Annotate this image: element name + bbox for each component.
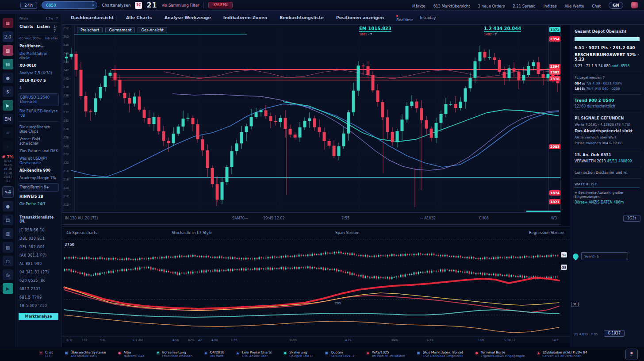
watchlist-item[interactable]: Die EUR/USD-Analyse '08 <box>19 108 59 119</box>
transactions-list: JC 058 66 10DBL 020 911GEL 582 G01(AX 38… <box>19 226 59 310</box>
menu-item-0[interactable]: Dashboardansicht <box>71 15 114 20</box>
topbar-menu-item-2[interactable]: 3 neue Orders <box>478 4 505 8</box>
status-item[interactable]: ▲ (Zyklusübersicht) PivDv 84Server: 4.10… <box>537 350 587 358</box>
search-input[interactable] <box>45 3 82 8</box>
watchlist-item[interactable]: Zins-Futures und DAX <box>19 147 59 155</box>
mini-a-icon[interactable]: ≈ <box>3 127 13 138</box>
transaction-row[interactable]: (AX 381.1 P7) <box>19 251 59 260</box>
main-price-chart[interactable]: 2522502482462442422402382362342322302282… <box>62 25 561 212</box>
status-item[interactable]: ■ QuotenService Level 2 <box>325 350 354 358</box>
status-item[interactable]: ▼ BörsenzeitungPositionen erfassen <box>156 350 192 358</box>
topbar-menu-item-0[interactable]: Märkte <box>412 4 426 8</box>
topbar-menu-item-3[interactable]: 2.21 Spread <box>513 4 536 8</box>
watchlist-item[interactable]: Positionen... <box>19 42 59 50</box>
status-item[interactable]: ● Terminal BörseErgebnis-News eingegange… <box>475 350 525 358</box>
transaction-row[interactable]: AL 881 900 <box>19 260 59 268</box>
history-clock-icon[interactable]: ◷ <box>3 269 13 280</box>
chevron-down-icon[interactable]: ▾ <box>92 4 94 7</box>
badge-tile[interactable]: 1C <box>135 2 142 9</box>
panel-link[interactable]: 12, 60 durchschnittlich <box>575 104 640 108</box>
transaction-row[interactable]: 681.5 T709 <box>19 293 59 302</box>
menu-item-2[interactable]: Analyse-Werkzeuge <box>165 15 211 20</box>
watchlist-item[interactable]: AB-Rendite 900 <box>19 167 59 174</box>
gallery-pink-icon[interactable]: ▨ <box>3 45 13 56</box>
menu-item-5[interactable]: Positionen anzeigen <box>336 15 384 20</box>
chart-chip-0[interactable]: Preischart <box>77 27 103 33</box>
status-item[interactable]: ◆ WAS/1025Im Web of Preisdaten <box>366 350 405 358</box>
watchlist-item[interactable]: Trend/Termin 6+ <box>19 183 59 192</box>
chart-chip-1[interactable]: Germament <box>105 27 135 33</box>
account-icon[interactable]: ● <box>3 201 13 211</box>
sidebar-subtabs: 60 Wert 900+Intraday <box>19 35 59 42</box>
transaction-row[interactable]: 620 0525 '86 <box>19 277 59 285</box>
topbar-menu-item-4[interactable]: Indizes <box>544 4 557 8</box>
transaction-row[interactable]: DBL 020 911 <box>19 234 59 243</box>
watchlist-item[interactable]: Die europäischen Blue Chips <box>19 123 59 135</box>
market-analysis-button[interactable]: Marktanalyse <box>19 313 58 320</box>
detail-panel: Gesamt Depot Übersicht6.51 · 5021 Pts · … <box>570 25 644 347</box>
watchlist-item[interactable]: GBP/USD 1.2640 Übersicht <box>19 93 59 106</box>
menu-item-4[interactable]: Beobachtungsliste <box>280 15 324 20</box>
markets-icon[interactable]: ▦ <box>3 18 13 28</box>
timeframe-box[interactable]: 24h <box>20 2 37 9</box>
transaction-row[interactable]: 04.341.81 (27) <box>19 268 59 277</box>
watchlist-item[interactable]: Die Marktführer direkt <box>19 50 59 62</box>
panel-search-input[interactable]: Search b <box>581 252 628 260</box>
watchlist-item[interactable]: HINWEIS 2B <box>19 193 59 200</box>
mini-b-icon[interactable]: ◦ <box>3 141 13 152</box>
panel-footer-button[interactable]: G 1937 <box>604 330 625 337</box>
footer-avatar[interactable]: ◉••• <box>625 349 638 360</box>
svg-text:0v00: 0v00 <box>290 338 297 342</box>
edit-icon[interactable]: ✎4 <box>2 186 14 198</box>
jump-chip[interactable]: 1G2s <box>623 215 640 222</box>
transaction-row[interactable]: 18,5.009 '210 <box>19 302 59 310</box>
topbar-menu-item-1[interactable]: 613 Marktübersicht <box>433 4 470 8</box>
account-pill[interactable]: GN <box>609 2 623 9</box>
tab-charts[interactable]: Charts <box>19 24 33 33</box>
balance-icon[interactable]: $ <box>3 86 13 97</box>
watchlist-item[interactable]: Vorne: Gold schwächer <box>19 135 59 147</box>
buy-button[interactable]: KAUFEN <box>208 2 232 8</box>
journal-icon[interactable]: ▤ <box>3 215 13 225</box>
svg-text:250: 250 <box>63 35 69 38</box>
status-item[interactable]: ▲ Live Preise ChartsOTC Ansatz über <box>236 350 272 358</box>
status-item[interactable]: ● SkalierungSpiegelt 100 LT <box>283 350 313 358</box>
status-item[interactable]: ■ Überwachte SystemeAlle Module aktiv <box>65 350 106 358</box>
orders-icon[interactable]: EM <box>3 114 13 124</box>
chart-chip-2[interactable]: Ges-Ansicht <box>138 27 167 33</box>
transaction-row[interactable]: JC 058 66 10 <box>19 226 59 234</box>
watchlist-item[interactable]: Gir Preise 24/7 <box>19 200 59 208</box>
tab-lists[interactable]: Listen <box>37 24 50 33</box>
avatar[interactable] <box>631 2 638 8</box>
status-item[interactable]: ✦ Chat(27) <box>39 350 53 358</box>
indicator-panel-chart[interactable]: 27502031(3)103*106:1 AM4pmA2%424:001:000… <box>62 239 570 343</box>
scanner-icon[interactable]: ▧ <box>3 242 13 253</box>
screener-icon[interactable]: ▶ <box>3 100 13 111</box>
menu-item-3[interactable]: Indikatoren-Zonen <box>223 15 267 20</box>
status-item[interactable]: ◆ Q4/2010Tax Wert <box>204 350 224 358</box>
topbar-menu-item-6[interactable]: Chat <box>592 4 601 8</box>
replay-icon[interactable]: ▶ <box>3 283 13 294</box>
topbar-menu-item-5[interactable]: Alle Werte <box>565 4 584 8</box>
watchlist-item[interactable]: 4 <box>19 84 59 92</box>
intraday-label[interactable]: Intraday <box>420 15 436 20</box>
alerts-icon[interactable]: ○ <box>3 256 13 266</box>
watchlist-item[interactable]: Analyse 7,5 (4:30) <box>19 69 59 77</box>
watchlist-item[interactable]: Academy-Margin 7% <box>19 174 59 182</box>
profile-icon[interactable]: ● <box>3 73 13 83</box>
price-alert-label: EM 1015.8231801 · 7 <box>359 26 391 36</box>
watchlist-item[interactable]: Was ist USD/JPY Devisenrate <box>19 155 59 167</box>
menu-item-1[interactable]: Alle Charts <box>126 15 152 20</box>
report-icon[interactable]: ▥ <box>3 228 13 239</box>
symbol-search[interactable]: ▾ <box>42 1 97 9</box>
watchlist-item[interactable]: XU-0010 <box>19 62 59 69</box>
watchlist-item[interactable]: 2019-02-07 S <box>19 77 59 84</box>
transaction-row[interactable]: 6817 2701 <box>19 285 59 293</box>
version-icon[interactable]: 2.0 <box>3 31 13 42</box>
status-item[interactable]: ● AlbaNutzern: DAX <box>118 350 145 358</box>
status-item[interactable]: ■ (Aus Marktdaten: Börse)CSV Download um… <box>417 350 463 358</box>
time-axis[interactable]: IN 130 AU .20 (73)SAM70—19:45 12.027:55≈… <box>62 212 561 225</box>
panel-link-accent[interactable]: Börse+ ANZIS DATEN 486m <box>575 200 640 204</box>
gallery-teal-icon[interactable]: ▨ <box>3 59 13 69</box>
transaction-row[interactable]: GEL 582 G01 <box>19 243 59 251</box>
